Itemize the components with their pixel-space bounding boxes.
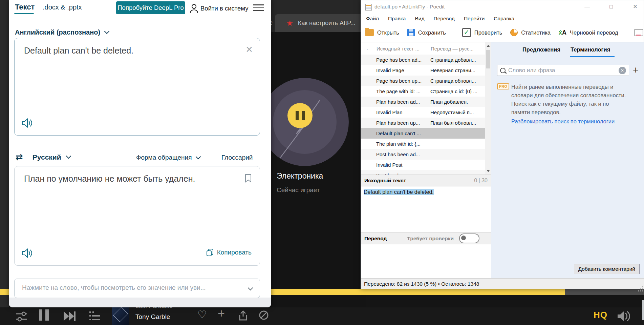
- table-row[interactable]: Plan has been up...План был обновл...: [361, 118, 485, 128]
- glossary-link[interactable]: Глоссарий: [221, 154, 253, 161]
- copy-icon: [206, 248, 214, 257]
- folder-icon: [365, 29, 374, 36]
- listen-source-icon[interactable]: [22, 118, 33, 128]
- table-row[interactable]: Post has been...: [361, 170, 485, 175]
- close-button[interactable]: ✕: [627, 0, 643, 13]
- track-artist[interactable]: Tony Garble: [135, 313, 170, 321]
- volume-icon[interactable]: [617, 310, 631, 322]
- table-header[interactable]: · Исходный текст ... Перевод — русс...: [361, 42, 485, 55]
- clipped-toolbar-button[interactable]: С: [635, 29, 644, 36]
- table-row[interactable]: The plan with id: {...: [361, 139, 485, 149]
- tab-terminology[interactable]: Терминология: [571, 46, 610, 53]
- chevron-down-icon[interactable]: [66, 154, 71, 159]
- favicon-star-icon: ★: [286, 20, 293, 27]
- table-row[interactable]: Page has been ad...Страница добавл...: [361, 55, 485, 65]
- needs-work-toggle[interactable]: [459, 233, 479, 243]
- chevron-down-icon: [104, 29, 110, 34]
- source-language-selector[interactable]: Английский (распознано): [15, 28, 109, 36]
- station-name[interactable]: Электроника: [277, 171, 323, 181]
- floppy-icon: [407, 29, 415, 36]
- tab-text-translate[interactable]: Текст: [15, 3, 35, 12]
- copy-button[interactable]: Копировать: [206, 248, 252, 257]
- table-row[interactable]: The page with id: ...Страница с id: {0} …: [361, 86, 485, 97]
- next-track-icon[interactable]: [63, 310, 77, 322]
- chevron-down-icon[interactable]: [249, 285, 252, 291]
- menu-edit[interactable]: Правка: [388, 16, 406, 22]
- album-art[interactable]: [112, 307, 129, 325]
- menu-burger-icon[interactable]: [253, 4, 264, 13]
- statistics-button[interactable]: Статистика: [510, 29, 551, 36]
- tab-documents[interactable]: .docx & .pptx: [43, 3, 82, 11]
- swap-languages-icon[interactable]: ⇄: [16, 152, 23, 162]
- table-row[interactable]: Post has been ad...: [361, 149, 485, 160]
- pie-chart-icon: [510, 29, 518, 36]
- dictionary-placeholder: Нажмите на слово, чтобы посмотреть его з…: [22, 284, 206, 291]
- source-text-display[interactable]: Default plan can't be deleted.: [361, 186, 491, 232]
- source-textarea[interactable]: Default plan can't be deleted. ✕: [14, 38, 260, 136]
- validate-button[interactable]: ✓ Проверить: [462, 28, 502, 37]
- table-row[interactable]: Invalid PageНеверная страни...: [361, 65, 485, 76]
- menu-translation[interactable]: Перевод: [434, 16, 455, 22]
- app-document-icon: [365, 4, 372, 11]
- login-link[interactable]: Войти в систему: [200, 5, 248, 12]
- browser-tab[interactable]: ★ Как настроить AftP...: [275, 14, 366, 32]
- bookmark-icon[interactable]: [245, 174, 252, 183]
- scroll-down-icon[interactable]: [487, 170, 490, 172]
- clear-source-icon[interactable]: ✕: [245, 44, 253, 55]
- target-textarea[interactable]: План по умолчанию не может быть удален. …: [14, 166, 260, 266]
- screen-left-edge: [0, 0, 9, 325]
- strings-table: · Исходный текст ... Перевод — русс... P…: [361, 42, 491, 175]
- table-row[interactable]: Invalid PlanНедопустимый п...: [361, 107, 485, 118]
- equalizer-icon[interactable]: [16, 311, 28, 322]
- unlock-terminology-link[interactable]: Разблокировать поиск по терминологии: [511, 117, 615, 126]
- table-row[interactable]: Plan has been ad...План добавлен.: [361, 97, 485, 107]
- titlebar[interactable]: default.po • AdLinkFly - Poedit — □ ✕: [361, 0, 644, 14]
- menu-help[interactable]: Справка: [494, 16, 514, 22]
- tab-suggestions[interactable]: Предложения: [522, 46, 560, 53]
- target-text[interactable]: План по умолчанию не может быть удален.: [24, 174, 195, 184]
- try-deepl-pro-button[interactable]: Попробуйте DeepL Pro: [116, 1, 185, 14]
- translation-edit-area[interactable]: [361, 245, 491, 278]
- scroll-up-icon[interactable]: [487, 45, 490, 47]
- menu-file[interactable]: Файл: [366, 16, 379, 22]
- translate-xa-icon: x́A: [559, 29, 566, 36]
- table-scrollbar[interactable]: [485, 42, 491, 175]
- terminology-search-box[interactable]: Слово или фраза ✕: [497, 65, 629, 76]
- add-term-button[interactable]: +: [633, 65, 639, 76]
- clear-search-icon[interactable]: ✕: [619, 67, 626, 74]
- active-tab-underline: [14, 13, 34, 14]
- table-row[interactable]: Page has been up...Страница обновл...: [361, 76, 485, 86]
- formality-selector[interactable]: Форма обращения: [136, 154, 200, 161]
- maximize-button[interactable]: □: [603, 0, 619, 13]
- share-icon[interactable]: [238, 310, 248, 321]
- scroll-thumb[interactable]: [486, 50, 490, 68]
- active-tab-underline: [570, 56, 615, 57]
- listen-target-icon[interactable]: [22, 248, 33, 258]
- resize-grip[interactable]: [642, 286, 643, 287]
- table-row[interactable]: Invalid Post: [361, 160, 485, 170]
- minimize-button[interactable]: —: [579, 0, 595, 13]
- dictionary-bar[interactable]: Нажмите на слово, чтобы посмотреть его з…: [14, 279, 260, 298]
- block-icon[interactable]: [259, 310, 269, 320]
- add-to-playlist-icon[interactable]: +: [218, 306, 225, 321]
- table-row-selected[interactable]: Default plan can't ...: [361, 128, 485, 139]
- menu-view[interactable]: Вид: [415, 16, 424, 22]
- hq-quality-badge[interactable]: HQ: [594, 310, 607, 320]
- pause-button[interactable]: [287, 103, 313, 128]
- seek-bar-remaining[interactable]: [565, 289, 644, 295]
- open-button[interactable]: Открыть: [365, 29, 399, 36]
- selected-source-text[interactable]: Default plan can't be deleted.: [364, 189, 434, 195]
- user-icon: [190, 4, 198, 13]
- queue-icon[interactable]: [89, 311, 101, 322]
- menubar: Файл Правка Вид Перевод Перейти Справка: [361, 14, 644, 23]
- browser-tab-title: Как настроить AftP...: [298, 20, 356, 27]
- source-text[interactable]: Default plan can't be deleted.: [24, 46, 133, 56]
- menu-go[interactable]: Перейти: [464, 16, 485, 22]
- pretranslate-button[interactable]: x́A Черновой перевод: [559, 29, 618, 36]
- target-language-label[interactable]: Русский: [33, 153, 61, 161]
- add-comment-button[interactable]: Добавить комментарий: [574, 264, 640, 274]
- like-heart-icon[interactable]: ♡: [197, 308, 207, 321]
- save-button[interactable]: Сохранить: [407, 29, 446, 36]
- player-pause-icon[interactable]: [39, 309, 49, 321]
- now-playing-label: Сейчас играет: [277, 186, 320, 194]
